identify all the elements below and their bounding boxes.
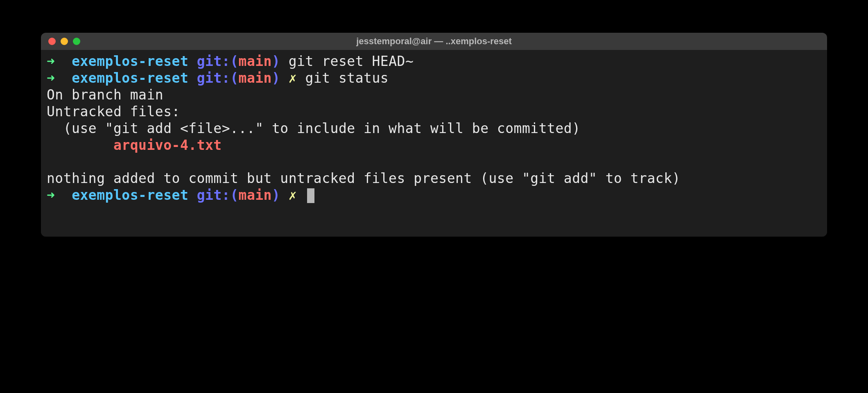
output-line: (use "git add <file>..." to include in w… (47, 120, 821, 137)
command-text: git reset HEAD~ (289, 53, 414, 69)
prompt-arrow-icon: ➜ (47, 187, 55, 203)
output-line: On branch main (47, 87, 821, 104)
output-line: Untracked files: (47, 104, 821, 120)
prompt-git-label: git: (197, 70, 230, 86)
terminal-body[interactable]: ➜ exemplos-reset git:(main) git reset HE… (41, 50, 827, 237)
prompt-paren-close: ) (272, 53, 280, 69)
prompt-directory: exemplos-reset (72, 187, 188, 203)
output-untracked-file-line: arquivo-4.txt (47, 137, 821, 154)
dirty-marker-icon: ✗ (289, 70, 297, 86)
prompt-directory: exemplos-reset (72, 70, 188, 86)
prompt-directory: exemplos-reset (72, 53, 188, 69)
prompt-paren-open: ( (230, 70, 238, 86)
maximize-button[interactable] (73, 38, 80, 45)
prompt-arrow-icon: ➜ (47, 70, 55, 86)
prompt-git-label: git: (197, 53, 230, 69)
blank-line (47, 154, 821, 170)
command-text: git status (305, 70, 389, 86)
window-title: jesstemporal@air — ..xemplos-reset (47, 36, 821, 47)
window-titlebar: jesstemporal@air — ..xemplos-reset (41, 33, 827, 50)
prompt-line-3: ➜ exemplos-reset git:(main) ✗ (47, 187, 821, 204)
prompt-paren-open: ( (230, 53, 238, 69)
minimize-button[interactable] (61, 38, 68, 45)
prompt-paren-open: ( (230, 187, 238, 203)
output-line: nothing added to commit but untracked fi… (47, 170, 821, 187)
prompt-git-label: git: (197, 187, 230, 203)
prompt-branch: main (239, 187, 272, 203)
cursor (307, 188, 314, 203)
terminal-window: jesstemporal@air — ..xemplos-reset ➜ exe… (41, 33, 827, 237)
prompt-paren-close: ) (272, 187, 280, 203)
indent (47, 137, 113, 153)
dirty-marker-icon: ✗ (289, 187, 297, 203)
traffic-lights (48, 38, 80, 45)
prompt-line-1: ➜ exemplos-reset git:(main) git reset HE… (47, 53, 821, 70)
prompt-branch: main (239, 53, 272, 69)
untracked-file-name: arquivo-4.txt (113, 137, 222, 153)
prompt-paren-close: ) (272, 70, 280, 86)
prompt-line-2: ➜ exemplos-reset git:(main) ✗ git status (47, 70, 821, 87)
close-button[interactable] (48, 38, 56, 45)
prompt-branch: main (239, 70, 272, 86)
prompt-arrow-icon: ➜ (47, 53, 55, 69)
